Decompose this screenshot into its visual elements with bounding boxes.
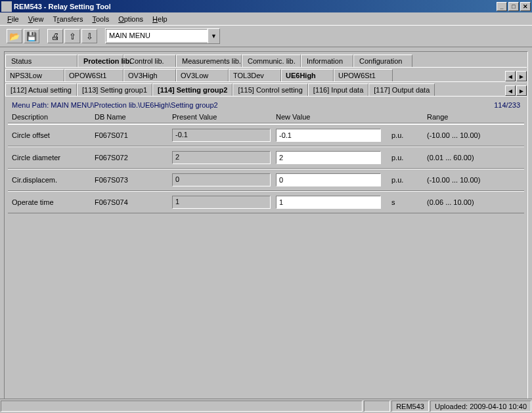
close-button[interactable]: ✕ (520, 2, 531, 11)
cell-desc: Cir.displacem. (11, 176, 95, 184)
window-title: REM543 - Relay Setting Tool (14, 3, 497, 11)
menu-transfers[interactable]: Transfers (48, 14, 87, 24)
tab-opow6st1[interactable]: OPOW6St1 (64, 69, 123, 81)
present-value-field: -0.1 (172, 129, 271, 142)
tab-communic-lib[interactable]: Communic. lib. (242, 54, 301, 67)
menu-options[interactable]: Options (114, 14, 148, 24)
cell-db: F067S073 (95, 176, 172, 184)
main-menu-dropdown[interactable]: ▼ (105, 28, 220, 44)
menu-tools[interactable]: Tools (87, 14, 114, 24)
header-present-value: Present Value (172, 113, 276, 121)
upload-button[interactable]: ⇧ (64, 29, 80, 43)
upload-icon: ⇧ (69, 32, 76, 41)
open-button[interactable]: 📂 (7, 29, 22, 43)
tab-116-input-data[interactable]: [116] Input data (308, 83, 368, 96)
header-new-value: New Value (276, 113, 427, 121)
header-range: Range (427, 113, 521, 121)
main-frame: Status Protection lib. Control lib. Meas… (4, 51, 528, 399)
save-icon: 💾 (26, 32, 37, 41)
menu-bar: File View Transfers Tools Options Help (0, 12, 532, 25)
main-menu-input[interactable] (106, 29, 208, 42)
cell-range: (0.06 ... 10.00) (427, 198, 521, 206)
tab-row-3: [112] Actual setting [113] Setting group… (5, 81, 527, 96)
tab-115-control-setting[interactable]: [115] Control setting (233, 83, 307, 96)
menu-file[interactable]: File (3, 14, 24, 24)
page-counter: 114/233 (494, 101, 520, 109)
row-operate-time: Operate time F067S074 1 s (0.06 ... 10.0… (8, 191, 524, 213)
status-empty1 (364, 401, 390, 403)
cell-unit: p.u. (386, 131, 427, 139)
print-icon: 🖨 (51, 32, 60, 41)
status-device: REM543 (391, 401, 429, 403)
content-area: Menu Path: MAIN MENU\Protection lib.\UE6… (5, 96, 527, 398)
tab2-nav-right[interactable]: ► (516, 71, 527, 81)
tab-112-actual-setting[interactable]: [112] Actual setting (5, 83, 77, 96)
dropdown-arrow-icon[interactable]: ▼ (208, 29, 219, 43)
cell-range: (-10.00 ... 10.00) (427, 131, 521, 139)
minimize-button[interactable]: _ (497, 2, 507, 11)
app-icon (1, 1, 12, 12)
status-bar: REM543 Uploaded: 2009-04-10 10:40 (0, 399, 532, 403)
tab-ov3high[interactable]: OV3High (123, 69, 176, 81)
tab-ue6high[interactable]: UE6High (281, 69, 334, 81)
cell-unit: s (386, 198, 427, 206)
tab-tol3dev[interactable]: TOL3Dev (229, 69, 281, 81)
menu-path-text: Menu Path: MAIN MENU\Protection lib.\UE6… (12, 101, 218, 109)
tab-ov3low[interactable]: OV3Low (176, 69, 229, 81)
tab2-nav-left[interactable]: ◄ (505, 71, 516, 81)
present-value-field: 2 (172, 151, 271, 164)
cell-desc: Circle offset (11, 131, 95, 139)
cell-desc: Operate time (11, 198, 95, 206)
column-headers: Description DB Name Present Value New Va… (8, 111, 524, 123)
tab-information[interactable]: Information (301, 54, 353, 67)
save-button[interactable]: 💾 (24, 29, 39, 43)
cell-db: F067S072 (95, 154, 172, 162)
tab-upow6st1[interactable]: UPOW6St1 (334, 69, 393, 81)
new-value-input[interactable] (276, 129, 381, 142)
cell-range: (0.01 ... 60.00) (427, 154, 521, 162)
tab3-nav-right[interactable]: ► (516, 85, 527, 96)
cell-unit: p.u. (386, 154, 427, 162)
present-value-field: 0 (172, 173, 271, 186)
menu-help[interactable]: Help (148, 14, 172, 24)
cell-db: F067S071 (95, 131, 172, 139)
new-value-input[interactable] (276, 151, 381, 164)
cell-range: (-10.00 ... 10.00) (427, 176, 521, 184)
tab-measurements-lib[interactable]: Measurements lib. (176, 54, 242, 67)
cell-desc: Circle diameter (11, 154, 95, 162)
cell-unit: p.u. (386, 176, 427, 184)
tab-row-1: Status Protection lib. Control lib. Meas… (5, 53, 527, 67)
row-circle-diameter: Circle diameter F067S072 2 p.u. (0.01 ..… (8, 146, 524, 169)
tab-113-setting-group1[interactable]: [113] Setting group1 (77, 83, 152, 96)
folder-open-icon: 📂 (9, 32, 20, 41)
toolbar: 📂 💾 🖨 ⇧ ⇩ ▼ (0, 25, 532, 47)
header-description: Description (11, 113, 95, 121)
header-dbname: DB Name (95, 113, 172, 121)
present-value-field: 1 (172, 196, 271, 209)
tab-control-lib[interactable]: Control lib. (123, 54, 176, 67)
tab-row-2: NPS3Low OPOW6St1 OV3High OV3Low TOL3Dev … (5, 67, 527, 81)
download-button[interactable]: ⇩ (81, 29, 97, 43)
title-bar: REM543 - Relay Setting Tool _ □ ✕ (0, 0, 532, 12)
new-value-input[interactable] (276, 173, 381, 186)
tab-configuration[interactable]: Configuration (353, 54, 412, 67)
tab-114-setting-group2[interactable]: [114] Setting group2 (152, 83, 233, 96)
row-circle-offset: Circle offset F067S071 -0.1 p.u. (-10.00… (8, 124, 524, 146)
row-cir-displacem: Cir.displacem. F067S073 0 p.u. (-10.00 .… (8, 169, 524, 191)
download-icon: ⇩ (86, 32, 93, 41)
cell-db: F067S074 (95, 198, 172, 206)
status-spacer (1, 401, 363, 403)
tab-nps3low[interactable]: NPS3Low (5, 69, 64, 81)
tab-status[interactable]: Status (5, 54, 78, 67)
new-value-input[interactable] (276, 196, 381, 209)
maximize-button[interactable]: □ (508, 2, 519, 11)
tab-protection-lib[interactable]: Protection lib. (78, 54, 123, 67)
menu-view[interactable]: View (24, 14, 49, 24)
tab-117-output-data[interactable]: [117] Output data (368, 83, 435, 96)
tab3-nav-left[interactable]: ◄ (505, 85, 516, 96)
status-uploaded: Uploaded: 2009-04-10 10:40 (430, 401, 531, 403)
data-table: Circle offset F067S071 -0.1 p.u. (-10.00… (8, 123, 524, 213)
print-button[interactable]: 🖨 (47, 29, 63, 43)
